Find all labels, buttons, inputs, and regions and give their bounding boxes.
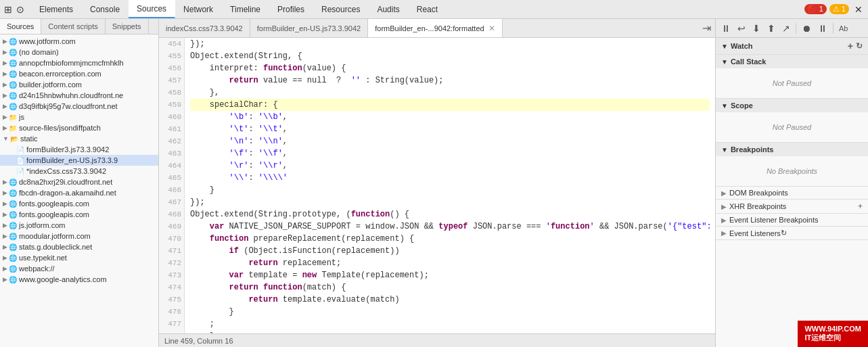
tree-google-analytics[interactable]: ▶ 🌐 www.google-analytics.com: [0, 274, 158, 285]
tree-webpack[interactable]: ▶ 🌐 webpack://: [0, 263, 158, 274]
xhr-breakpoints-header[interactable]: ▶ XHR Breakpoints +: [716, 200, 868, 213]
code-line[interactable]: '\f': '\\f',: [190, 147, 710, 160]
watch-refresh-button[interactable]: ↻: [856, 41, 863, 51]
step-button[interactable]: ↗: [779, 22, 793, 35]
tree-moodular[interactable]: ▶ 🌐 moodular.jotform.com: [0, 231, 158, 241]
call-stack-section-header[interactable]: ▼ Call Stack: [716, 55, 868, 68]
code-tab-formatted[interactable]: formBuilder_en-...9042:formatted ✕: [368, 19, 502, 37]
event-listener-bp-header[interactable]: ▶ Event Listener Breakpoints: [716, 214, 868, 226]
tab-audits[interactable]: Audits: [369, 0, 408, 18]
tab-elements[interactable]: Elements: [31, 0, 82, 18]
code-line[interactable]: if (Object.isFunction(replacement)): [190, 245, 710, 257]
watch-section-header[interactable]: ▼ Watch + ↻: [716, 38, 868, 54]
expand-arrow: ▶: [3, 60, 7, 66]
code-line[interactable]: Object.extend(String, {: [190, 50, 710, 62]
tree-fbcdn[interactable]: ▶ 🌐 fbcdn-dragon-a.akamaihd.net: [0, 187, 158, 198]
xhr-breakpoints-section: ▶ XHR Breakpoints +: [716, 200, 868, 214]
scope-content: Not Paused: [716, 112, 868, 142]
tree-d3q9[interactable]: ▶ 🌐 d3q9ifbkj95g7w.cloudfront.net: [0, 101, 158, 112]
pause-button[interactable]: ⏸: [718, 22, 733, 35]
watch-add-button[interactable]: +: [848, 41, 853, 51]
code-line[interactable]: '\t': '\\t',: [190, 123, 710, 135]
tab-sources[interactable]: Sources: [129, 0, 175, 18]
tree-no-domain[interactable]: ▶ 🌐 (no domain): [0, 47, 158, 57]
code-line[interactable]: '\r': '\\r',: [190, 160, 710, 172]
el-refresh-button[interactable]: ↻: [781, 229, 787, 237]
expand-panel-icon[interactable]: ⇥: [698, 22, 715, 34]
line-number: 462: [162, 135, 181, 147]
tab-react[interactable]: React: [409, 0, 447, 18]
code-line[interactable]: },: [190, 87, 710, 99]
tree-fonts-google1[interactable]: ▶ 🌐 fonts.googleapis.com: [0, 198, 158, 209]
tab-close-icon[interactable]: ✕: [488, 24, 495, 33]
tree-fonts-google2[interactable]: ▶ 🌐 fonts.googleapis.com: [0, 209, 158, 220]
tree-indexcss[interactable]: 📄 *indexCss.css73.3.9042: [0, 166, 158, 177]
expand-arrow: ▶: [3, 103, 7, 110]
code-line[interactable]: return replacement;: [190, 257, 710, 269]
tree-builder[interactable]: ▶ 🌐 builder.jotform.com: [0, 79, 158, 90]
code-line[interactable]: }: [190, 184, 710, 196]
code-line[interactable]: });: [190, 38, 710, 50]
code-editor[interactable]: 4544554564574584594604614624634644654664…: [159, 38, 715, 333]
sources-tabs: Sources Content scripts Snippets: [0, 19, 158, 34]
code-line[interactable]: '\n': '\\n',: [190, 135, 710, 147]
code-line[interactable]: });: [190, 196, 710, 208]
code-line[interactable]: }: [190, 306, 710, 318]
tab-timeline[interactable]: Timeline: [222, 0, 269, 18]
tree-js[interactable]: ▶ 📁 js: [0, 112, 158, 122]
code-line[interactable]: return value == null ? '' : String(value…: [190, 74, 710, 87]
step-into-button[interactable]: ⬇: [750, 22, 763, 35]
step-out-button[interactable]: ⬆: [764, 22, 778, 35]
code-line[interactable]: var NATIVE_JSON_PARSE_SUPPORT = window.J…: [190, 221, 710, 233]
sources-tab-content-scripts[interactable]: Content scripts: [41, 19, 105, 34]
tree-static[interactable]: ▼ 📂 static: [0, 133, 158, 144]
code-tab-indexcss[interactable]: indexCss.css73.3.9042: [159, 19, 250, 37]
code-line[interactable]: '\\': '\\\\': [190, 172, 710, 184]
code-tab-formbuilder[interactable]: formBuilder_en-US.js73.3.9042: [250, 19, 368, 37]
tab-resources[interactable]: Resources: [313, 0, 369, 18]
tree-annopc[interactable]: ▶ 🌐 annopcfmbiofommjmcmcfmhklh: [0, 57, 158, 68]
code-line[interactable]: interpret: function(value) {: [190, 62, 710, 74]
tree-dc8na[interactable]: ▶ 🌐 dc8na2hxrj29i.cloudfront.net: [0, 177, 158, 187]
code-line[interactable]: var template = new Template(replacement)…: [190, 269, 710, 281]
deactivate-breakpoints-button[interactable]: ⏺: [799, 22, 814, 35]
line-number: 463: [162, 147, 181, 160]
watch-arrow: ▼: [721, 43, 728, 50]
xhr-add-button[interactable]: +: [858, 202, 863, 211]
code-line[interactable]: ;: [190, 318, 710, 330]
code-line[interactable]: specialChar: {: [190, 99, 710, 111]
tree-beacon[interactable]: ▶ 🌐 beacon.errorception.com: [0, 68, 158, 79]
tree-formbuilder3[interactable]: 📄 formBuilder3.js73.3.9042: [0, 144, 158, 155]
close-devtools-icon[interactable]: ✕: [852, 4, 865, 15]
xhr-bp-arrow: ▶: [721, 203, 727, 210]
sources-tab-sources[interactable]: Sources: [0, 19, 41, 34]
tree-source-files[interactable]: ▶ 📁 source-files/jsondiffpatch: [0, 122, 158, 133]
pause-exceptions-button[interactable]: ⏸: [815, 22, 830, 35]
tree-stats[interactable]: ▶ 🌐 stats.g.doubleclick.net: [0, 241, 158, 252]
breakpoints-section-header[interactable]: ▼ Breakpoints: [716, 143, 868, 156]
code-line[interactable]: '\b': '\\b',: [190, 111, 710, 123]
code-line[interactable]: return template.evaluate(match): [190, 294, 710, 306]
tree-formbuilder-en-us[interactable]: 📄 formBuilder_en-US.js73.3.9: [0, 155, 158, 166]
event-listeners-header[interactable]: ▶ Event Listeners ↻: [716, 227, 868, 239]
code-line[interactable]: Object.extend(String.prototype, (functio…: [190, 208, 710, 221]
code-line[interactable]: return function(match) {: [190, 281, 710, 294]
code-line[interactable]: function prepareReplacement(replacement)…: [190, 233, 710, 245]
tree-label: fonts.googleapis.com: [19, 210, 89, 218]
scope-section-header[interactable]: ▼ Scope: [716, 99, 868, 112]
tree-d24n[interactable]: ▶ 🌐 d24n15hnbwhuhn.cloudfront.ne: [0, 90, 158, 101]
dom-breakpoints-header[interactable]: ▶ DOM Breakpoints: [716, 187, 868, 199]
tree-label: moodular.jotform.com: [19, 232, 91, 240]
line-number: 477: [162, 318, 181, 330]
tab-profiles[interactable]: Profiles: [269, 0, 313, 18]
tree-js-jotform[interactable]: ▶ 🌐 js.jotform.com: [0, 220, 158, 231]
tab-network[interactable]: Network: [175, 0, 222, 18]
step-over-button[interactable]: ↩: [735, 22, 748, 35]
sources-tab-snippets[interactable]: Snippets: [106, 19, 149, 34]
tree-jotform[interactable]: ▶ 🌐 www.jotform.com: [0, 36, 158, 47]
code-content[interactable]: });Object.extend(String, { interpret: fu…: [185, 38, 715, 333]
grid-icon[interactable]: ⊞: [3, 4, 14, 15]
tree-typekit[interactable]: ▶ 🌐 use.typekit.net: [0, 252, 158, 263]
circle-icon[interactable]: ⊙: [15, 4, 26, 15]
tab-console[interactable]: Console: [82, 0, 129, 18]
